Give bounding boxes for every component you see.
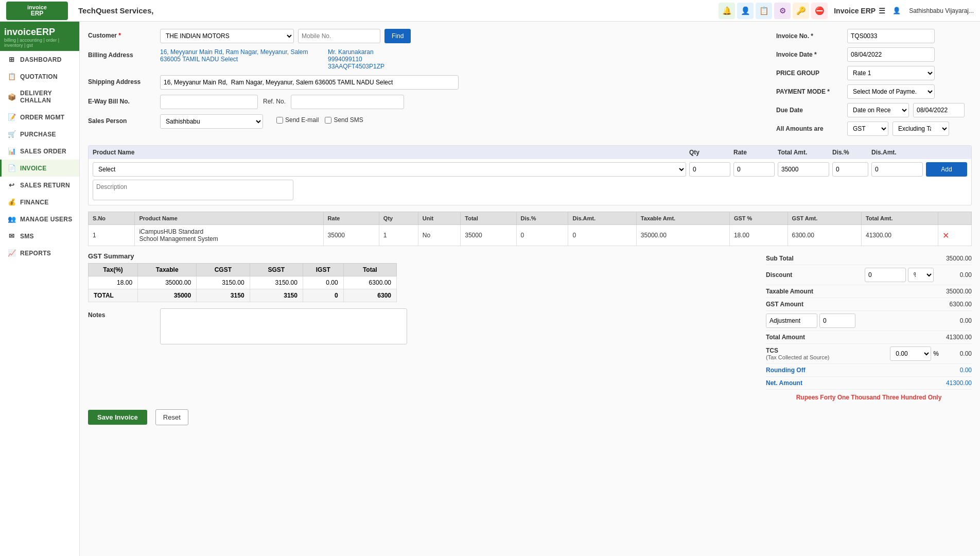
orange-button[interactable]: 🔑 (793, 3, 809, 19)
sidebar-item-purchase[interactable]: 🛒 Purchase (0, 126, 79, 143)
col-rate: Rate (323, 212, 379, 225)
discount-unit-select[interactable]: % (908, 268, 934, 282)
sidebar-item-order-mgmt[interactable]: 📝 Order Mgmt (0, 109, 79, 126)
invoice-icon: 📄 (8, 164, 16, 172)
tcs-value: 0.00 (941, 350, 972, 357)
payment-mode-row: PAYMENT MODE * Select Mode of Payme... (776, 84, 972, 99)
amount-words: Rupees Forty One Thousand Three Hundred … (766, 394, 972, 401)
col-qty: Qty (379, 212, 418, 225)
rate-input[interactable] (733, 162, 775, 177)
cell-product-name: iCampusHUB StandardSchool Management Sys… (135, 225, 323, 246)
tcs-label: TCS (766, 347, 830, 354)
sales-person-label: Sales Person (88, 114, 155, 125)
billing-address-link[interactable]: 16, Meyyanur Main Rd, Ram Nagar, Meyyanu… (160, 48, 320, 63)
sidebar-item-label: Invoice (20, 165, 46, 172)
eway-label: E-Way Bill No. (88, 95, 155, 105)
hamburger-icon[interactable]: ☰ (879, 6, 885, 15)
company-name: TechQuest Services, (72, 6, 714, 15)
total-amt-value: 41300.00 (931, 334, 972, 341)
sidebar-item-dashboard[interactable]: ⊞ Dashboard (0, 51, 79, 68)
discount-amount: 0.00 (936, 271, 972, 279)
find-button[interactable]: Find (384, 29, 411, 43)
gst-data-row: 18.00 35000.00 3150.00 3150.00 0.00 6300… (89, 276, 397, 289)
table-row: 1 iCampusHUB StandardSchool Management S… (89, 225, 972, 246)
gst-col-taxable: Taxable (138, 264, 197, 276)
send-sms-checkbox[interactable] (325, 117, 331, 124)
sidebar-item-invoice[interactable]: 📄 Invoice (0, 160, 79, 177)
total-amt-input[interactable] (778, 162, 829, 177)
tcs-pct-select[interactable]: 0.00 (890, 346, 931, 361)
description-input[interactable] (93, 180, 293, 200)
invoice-no-input[interactable] (847, 29, 935, 43)
ref-label: Ref. No. (263, 95, 286, 105)
customer-select[interactable]: THE INDIAN MOTORS (160, 29, 294, 43)
gst-cgst: 3150.00 (197, 276, 250, 289)
sidebar-item-sms[interactable]: ✉ SMS (0, 228, 79, 245)
ref-input[interactable] (291, 95, 404, 109)
delete-row-button[interactable]: ✕ (942, 231, 949, 240)
all-amounts-label: All Amounts are (776, 125, 843, 132)
profile-button[interactable]: 👤 (737, 3, 754, 19)
sidebar-item-finance[interactable]: 💰 Finance (0, 194, 79, 211)
save-invoice-button[interactable]: Save Invoice (88, 410, 147, 425)
send-email-checkbox[interactable] (276, 117, 283, 124)
taxable-amt-value: 35000.00 (931, 288, 972, 295)
shipping-address-input[interactable] (160, 75, 459, 90)
sidebar-item-manage-users[interactable]: 👥 Manage Users (0, 211, 79, 228)
sidebar-logo-sub: billing | accounting | order | inventory… (4, 38, 75, 48)
items-table: S.No Product Name Rate Qty Unit Total Di… (88, 212, 972, 246)
product-entry-section: Product Name Qty Rate Total Amt. Dis.% D… (88, 145, 972, 205)
adjustment-group (766, 314, 855, 328)
gst-header-row: Tax(%) Taxable CGST SGST IGST Total (89, 264, 397, 276)
customer-input-group: THE INDIAN MOTORS Find (160, 29, 768, 43)
adjustment-row: 0.00 (766, 311, 972, 331)
cell-taxable-amt: 35000.00 (636, 225, 729, 246)
document-button[interactable]: 📋 (756, 3, 772, 19)
dashboard-icon: ⊞ (8, 56, 16, 63)
sidebar-item-label: Delivery Challan (20, 90, 73, 104)
mobile-input[interactable] (298, 29, 380, 43)
send-email-label: Send E-mail (285, 116, 319, 124)
sidebar-item-sales-order[interactable]: 📊 Sales Order (0, 143, 79, 160)
red-button[interactable]: ⛔ (811, 3, 828, 19)
sidebar-item-sales-return[interactable]: ↩ Sales Return (0, 177, 79, 194)
payment-mode-select[interactable]: Select Mode of Payme... (847, 84, 935, 99)
all-amounts-row: All Amounts are GST Excluding Tax (776, 121, 972, 136)
invoice-date-input[interactable] (847, 47, 935, 62)
sidebar-item-delivery-challan[interactable]: 📦 Delivery Challan (0, 85, 79, 109)
notifications-button[interactable]: 🔔 (719, 3, 735, 19)
gst-sgst: 3150.00 (250, 276, 303, 289)
sidebar-item-label: Purchase (20, 131, 56, 138)
contact-name: Mr. Karunakaran (328, 48, 384, 56)
tax-type-select[interactable]: Excluding Tax (892, 121, 949, 136)
dis-pct-input[interactable] (832, 162, 868, 177)
qty-input[interactable] (689, 162, 730, 177)
sidebar-item-quotation[interactable]: 📋 Quotation (0, 68, 79, 85)
settings-button[interactable]: ⚙ (774, 3, 791, 19)
gst-select[interactable]: GST (847, 121, 888, 136)
add-button[interactable]: Add (926, 162, 967, 177)
col-total-amt: Total Amt. (861, 212, 938, 225)
reset-button[interactable]: Reset (155, 409, 188, 425)
due-date-select[interactable]: Date on Receipt (847, 103, 909, 117)
customer-row: Customer * THE INDIAN MOTORS Find (88, 29, 768, 43)
sms-icon: ✉ (8, 232, 16, 240)
adjustment-value-input[interactable] (819, 314, 855, 328)
sales-person-row: Sales Person Sathishbabu Send E-mail Sen… (88, 114, 768, 129)
sub-total-value: 35000.00 (931, 255, 972, 262)
due-date-input[interactable] (913, 103, 965, 117)
discount-input[interactable] (865, 268, 906, 282)
invoice-no-row: Invoice No. * (776, 29, 972, 43)
top-nav-icons: 🔔 👤 📋 ⚙ 🔑 ⛔ Invoice ERP ☰ 👤 Sathishbabu … (719, 3, 974, 19)
sales-person-select[interactable]: Sathishbabu (160, 114, 263, 129)
product-select[interactable]: Select (93, 162, 686, 177)
adjustment-label-input[interactable] (766, 314, 817, 328)
notes-input[interactable] (160, 308, 407, 344)
price-group-select[interactable]: Rate 1 (847, 66, 935, 80)
eway-input[interactable] (160, 95, 258, 109)
dis-amt-input[interactable] (871, 162, 923, 177)
sidebar-item-reports[interactable]: 📈 Reports (0, 245, 79, 262)
tcs-row: TCS (Tax Collected at Source) 0.00 % 0.0… (766, 344, 972, 364)
sales-return-icon: ↩ (8, 181, 16, 189)
main-content: Customer * THE INDIAN MOTORS Find Billin… (80, 22, 980, 556)
